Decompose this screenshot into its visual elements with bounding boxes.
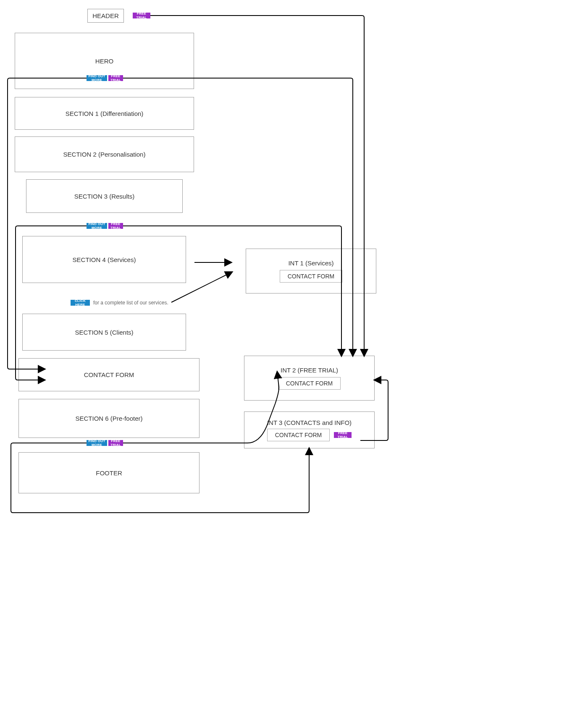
int2-box: INT 2 (FREE TRIAL) CONTACT FORM <box>244 356 375 401</box>
click-here-label: CLICK HERE <box>71 299 90 307</box>
int3-free-trial-button[interactable]: FREE TRIAL <box>334 432 352 438</box>
section-3-box: SECTION 3 (Results) <box>26 179 183 213</box>
int1-title: INT 1 (Services) <box>288 259 333 267</box>
s3-free-trial-label: FREE TRIAL <box>108 222 123 230</box>
s3-find-out-more-button[interactable]: FIND OUT MORE <box>87 223 107 229</box>
section-5-box: SECTION 5 (Clients) <box>22 314 186 351</box>
int2-title: INT 2 (FREE TRIAL) <box>281 367 338 374</box>
header-free-trial-button[interactable]: FREE TRIAL <box>133 13 150 18</box>
int3-box: INT 3 (CONTACTS and INFO) CONTACT FORM F… <box>244 411 375 448</box>
section-4-box: SECTION 4 (Services) <box>22 236 186 283</box>
int1-contact-form-label: CONTACT FORM <box>288 273 334 280</box>
click-here-caption: for a complete list of our services. <box>93 300 168 306</box>
section-2-label: SECTION 2 (Personalisation) <box>63 151 146 158</box>
int1-contact-form[interactable]: CONTACT FORM <box>280 270 342 283</box>
footer-box: FOOTER <box>18 452 200 493</box>
section-6-label: SECTION 6 (Pre-footer) <box>75 415 142 422</box>
section-5-label: SECTION 5 (Clients) <box>75 329 133 336</box>
s3-free-trial-button[interactable]: FREE TRIAL <box>108 223 123 229</box>
hero-find-out-label: FIND OUT MORE <box>87 74 107 82</box>
footer-label: FOOTER <box>96 469 122 477</box>
int3-title: INT 3 (CONTACTS and INFO) <box>267 419 352 426</box>
int3-contact-form-label: CONTACT FORM <box>275 432 322 438</box>
section-1-label: SECTION 1 (Differentiation) <box>66 110 144 117</box>
hero-label: HERO <box>95 58 113 65</box>
s6-free-trial-label: FREE TRIAL <box>108 439 123 447</box>
header-label: HEADER <box>92 12 119 19</box>
click-here-button[interactable]: CLICK HERE <box>71 300 90 306</box>
hero-find-out-more-button[interactable]: FIND OUT MORE <box>87 75 107 81</box>
int2-contact-form[interactable]: CONTACT FORM <box>278 377 341 390</box>
s6-find-out-more-button[interactable]: FIND OUT MORE <box>87 440 107 446</box>
contact-form-box[interactable]: CONTACT FORM <box>18 358 200 391</box>
int3-contact-form[interactable]: CONTACT FORM <box>267 429 330 441</box>
section-6-box: SECTION 6 (Pre-footer) <box>18 399 200 438</box>
hero-free-trial-label: FREE TRIAL <box>108 74 123 82</box>
contact-form-label: CONTACT FORM <box>84 371 134 378</box>
hero-free-trial-button[interactable]: FREE TRIAL <box>108 75 123 81</box>
section-4-label: SECTION 4 (Services) <box>73 256 136 263</box>
section-2-box: SECTION 2 (Personalisation) <box>15 136 194 172</box>
int1-box: INT 1 (Services) CONTACT FORM <box>246 249 376 293</box>
header-box: HEADER <box>87 9 124 23</box>
header-free-trial-label: FREE TRIAL <box>133 12 150 19</box>
int2-contact-form-label: CONTACT FORM <box>286 380 333 387</box>
s6-find-out-label: FIND OUT MORE <box>87 439 107 447</box>
s6-free-trial-button[interactable]: FREE TRIAL <box>108 440 123 446</box>
section-3-label: SECTION 3 (Results) <box>74 193 134 200</box>
s3-find-out-label: FIND OUT MORE <box>87 222 107 230</box>
section-1-box: SECTION 1 (Differentiation) <box>15 97 194 130</box>
int3-free-trial-label: FREE TRIAL <box>334 431 352 439</box>
